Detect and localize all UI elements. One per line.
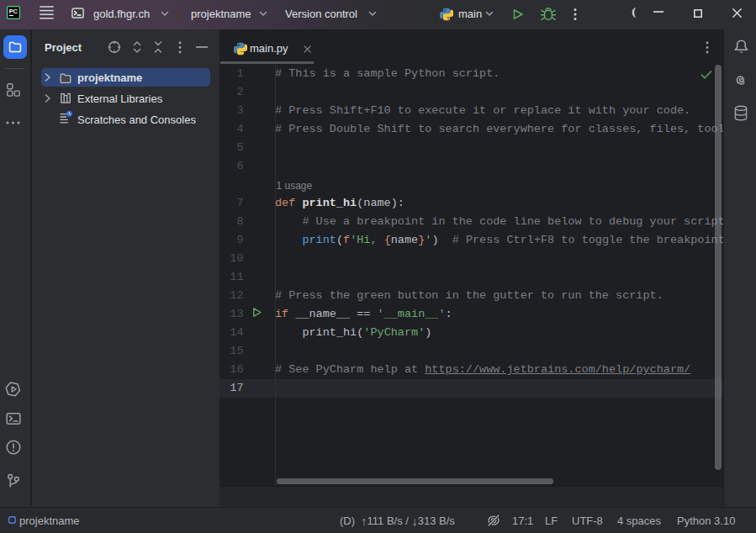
- svg-text:PC: PC: [9, 8, 19, 15]
